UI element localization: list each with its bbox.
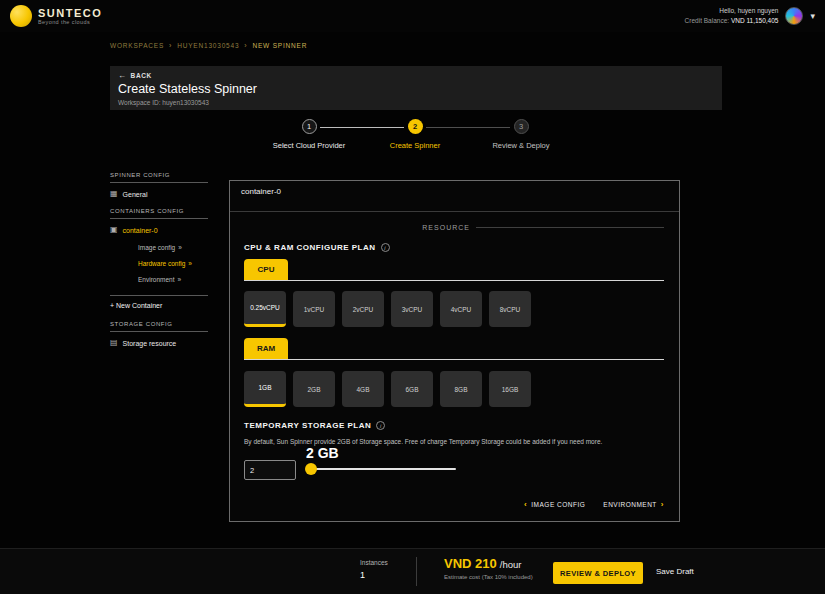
cpu-ram-heading: CPU & RAM CONFIGURE PLAN i xyxy=(244,243,390,252)
workspace-id: Workspace ID: huyen13030543 xyxy=(118,99,714,106)
environment-link[interactable]: ENVIRONMENT › xyxy=(603,500,664,509)
cpu-option-3vcpu[interactable]: 3vCPU xyxy=(391,291,433,327)
chevron-right-icon: › xyxy=(169,42,172,49)
footer-bar: Instances 1 VND 210 /hour Estimate cost … xyxy=(0,548,825,594)
image-config-link[interactable]: ‹ IMAGE CONFIG xyxy=(524,500,585,509)
avatar[interactable] xyxy=(785,7,803,25)
sidebar-section-containers-config: CONTAINERS CONFIG xyxy=(110,208,208,219)
breadcrumb-item-workspaces[interactable]: WORKSPACES xyxy=(110,42,164,49)
sidebar: SPINNER CONFIG ▦ General CONTAINERS CONF… xyxy=(110,172,208,357)
info-icon[interactable]: i xyxy=(381,243,390,252)
price-value: VND 210 xyxy=(444,556,497,571)
instances-label: Instances xyxy=(360,559,388,566)
cpu-option-0-25vcpu[interactable]: 0.25vCPU xyxy=(244,291,286,327)
credit-balance-label: Credit Balance: xyxy=(685,17,729,24)
page-title: Create Stateless Spinner xyxy=(118,82,714,96)
sidebar-item-hardware-config[interactable]: Hardware config » xyxy=(138,260,208,267)
greeting-text: Hello, huyen nguyen xyxy=(685,6,779,16)
sunteco-logo-icon xyxy=(10,5,32,27)
double-arrow-icon: » xyxy=(178,276,182,283)
sidebar-section-storage-config: STORAGE CONFIG xyxy=(110,321,208,332)
step-3-label: Review & Deploy xyxy=(492,141,549,150)
general-icon: ▦ xyxy=(110,190,118,198)
divider xyxy=(416,557,417,586)
ram-option-16gb[interactable]: 16GB xyxy=(489,371,531,407)
ram-option-2gb[interactable]: 2GB xyxy=(293,371,335,407)
sidebar-sub-label: Hardware config xyxy=(138,260,185,267)
storage-size-value: 2 GB xyxy=(306,445,339,461)
brand-logo[interactable]: SUNTECO Beyond the clouds xyxy=(10,5,102,27)
cpu-options: 0.25vCPU 1vCPU 2vCPU 3vCPU 4vCPU 8vCPU xyxy=(244,291,531,327)
ram-option-1gb[interactable]: 1GB xyxy=(244,371,286,407)
estimate-note: Estimate cost (Tax 10% included) xyxy=(444,574,533,580)
cpu-ram-title: CPU & RAM CONFIGURE PLAN xyxy=(244,243,376,252)
step-2-label: Create Spinner xyxy=(390,141,440,150)
breadcrumb-item-new-spinner: NEW SPINNER xyxy=(252,42,307,49)
divider xyxy=(230,211,679,212)
image-config-label: IMAGE CONFIG xyxy=(531,501,585,508)
temp-storage-description: By default, Sun Spinner provide 2GB of S… xyxy=(244,438,664,445)
container-panel-title: container-0 xyxy=(241,187,281,196)
cpu-tab[interactable]: CPU xyxy=(244,259,288,280)
prev-arrow-icon: ‹ xyxy=(524,500,527,509)
stepper: 1 Select Cloud Provider 2 Create Spinner… xyxy=(0,119,825,161)
double-arrow-icon: » xyxy=(188,260,192,267)
save-draft-button[interactable]: Save Draft xyxy=(656,567,694,576)
price-block: VND 210 /hour Estimate cost (Tax 10% inc… xyxy=(444,556,533,580)
sidebar-item-label: Storage resource xyxy=(123,340,177,347)
container-config-panel: container-0 RESOURCE CPU & RAM CONFIGURE… xyxy=(229,180,680,522)
step-3-circle[interactable]: 3 xyxy=(514,119,529,134)
storage-icon: ▤ xyxy=(110,339,118,347)
resource-section-label: RESOURCE xyxy=(230,224,664,231)
next-arrow-icon: › xyxy=(661,500,664,509)
sidebar-item-container-0[interactable]: ▣ container-0 xyxy=(110,226,208,234)
user-area: Hello, huyen nguyen Credit Balance: VND … xyxy=(685,6,815,26)
brand-name: SUNTECO xyxy=(38,7,102,20)
step-review-deploy: 3 Review & Deploy xyxy=(451,119,591,150)
storage-slider-thumb[interactable] xyxy=(305,463,317,475)
cpu-option-4vcpu[interactable]: 4vCPU xyxy=(440,291,482,327)
sunteco-console: SUNTECO Beyond the clouds Hello, huyen n… xyxy=(0,0,825,594)
sidebar-item-label: General xyxy=(123,191,148,198)
divider xyxy=(244,359,664,360)
container-icon: ▣ xyxy=(110,226,118,234)
info-icon[interactable]: i xyxy=(376,421,385,430)
ram-option-6gb[interactable]: 6GB xyxy=(391,371,433,407)
sidebar-sub-label: Environment xyxy=(138,276,175,283)
step-1-circle[interactable]: 1 xyxy=(302,119,317,134)
review-deploy-button[interactable]: REVIEW & DEPLOY xyxy=(553,562,643,584)
back-button[interactable]: ← BACK xyxy=(118,71,714,80)
resource-label: RESOURCE xyxy=(422,224,470,231)
divider xyxy=(476,227,664,228)
step-2-circle[interactable]: 2 xyxy=(408,119,423,134)
storage-size-input[interactable] xyxy=(244,460,296,480)
cpu-option-2vcpu[interactable]: 2vCPU xyxy=(342,291,384,327)
cpu-option-8vcpu[interactable]: 8vCPU xyxy=(489,291,531,327)
sidebar-item-storage-resource[interactable]: ▤ Storage resource xyxy=(110,339,208,347)
sidebar-item-environment[interactable]: Environment » xyxy=(138,276,208,283)
ram-option-4gb[interactable]: 4GB xyxy=(342,371,384,407)
double-arrow-icon: » xyxy=(178,244,182,251)
breadcrumb-item-workspace[interactable]: HUYEN13030543 xyxy=(177,42,239,49)
sidebar-section-spinner-config: SPINNER CONFIG xyxy=(110,172,208,183)
temp-storage-heading: TEMPORARY STORAGE PLAN i xyxy=(244,421,385,430)
sidebar-item-image-config[interactable]: Image config » xyxy=(138,244,208,251)
instances-block: Instances 1 xyxy=(360,559,388,580)
divider xyxy=(244,280,664,281)
storage-slider[interactable] xyxy=(306,468,456,470)
sidebar-sub-label: Image config xyxy=(138,244,175,251)
new-container-button[interactable]: + New Container xyxy=(110,295,208,309)
caret-down-icon[interactable]: ▾ xyxy=(810,11,815,21)
credit-balance-value: VND 11,150,405 xyxy=(731,17,779,24)
cpu-option-1vcpu[interactable]: 1vCPU xyxy=(293,291,335,327)
ram-option-8gb[interactable]: 8GB xyxy=(440,371,482,407)
sidebar-item-label: container-0 xyxy=(123,227,158,234)
panel-nav: ‹ IMAGE CONFIG ENVIRONMENT › xyxy=(524,500,664,509)
ram-tab[interactable]: RAM xyxy=(244,338,288,359)
environment-label: ENVIRONMENT xyxy=(603,501,657,508)
price-unit: /hour xyxy=(500,559,522,570)
instances-value: 1 xyxy=(360,570,388,580)
page-header: ← BACK Create Stateless Spinner Workspac… xyxy=(110,66,722,110)
sidebar-item-general[interactable]: ▦ General xyxy=(110,190,208,198)
back-label: BACK xyxy=(131,72,152,79)
